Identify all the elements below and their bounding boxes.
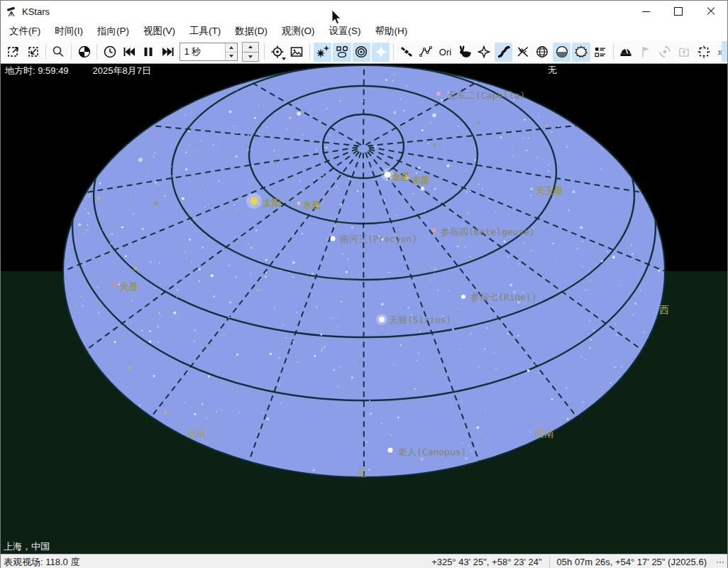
equatorial-coords-label: 05h 07m 26s, +54° 17' 25" (J2025.6) xyxy=(550,557,714,567)
object-marker[interactable] xyxy=(250,197,258,205)
toggle-equatorial-grid-button[interactable] xyxy=(514,43,531,62)
time-step-forward-button[interactable] xyxy=(159,43,177,62)
time-step-back-button[interactable] xyxy=(120,43,138,62)
image-icon xyxy=(289,45,304,59)
menu-item-0[interactable]: 文件(F) xyxy=(2,22,48,40)
object-marker[interactable] xyxy=(385,172,391,178)
menu-item-3[interactable]: 视图(V) xyxy=(136,22,182,40)
menu-item-1[interactable]: 时间(I) xyxy=(48,22,90,40)
fov-status-label: 表观视场: 118.0 度 xyxy=(4,556,79,568)
eqgrid-icon xyxy=(516,45,530,59)
unit-down-button[interactable] xyxy=(242,53,259,62)
view-modes-button[interactable] xyxy=(695,43,712,62)
toggle-deep-sky-objects-button[interactable] xyxy=(333,43,351,62)
toolbar-separator xyxy=(264,44,265,60)
toggle-supernovae-button[interactable] xyxy=(372,43,390,62)
time-step-input[interactable]: 1 秒 xyxy=(180,43,238,61)
status-bar: 表观视场: 118.0 度 +325° 43' 25", +58° 23' 24… xyxy=(1,554,727,568)
toggle-milky-way-button[interactable] xyxy=(495,43,512,62)
toggle-constellation-art-button[interactable] xyxy=(456,43,473,62)
minimize-button[interactable] xyxy=(629,1,662,22)
toolbar-separator xyxy=(96,44,97,60)
clines-icon xyxy=(419,45,433,59)
menu-item-4[interactable]: 工具(T) xyxy=(182,22,228,40)
toggle-flags-button[interactable] xyxy=(572,43,590,62)
satellite-icon xyxy=(399,45,414,59)
time-step-up[interactable] xyxy=(226,43,237,52)
sky-map-canvas[interactable] xyxy=(1,64,727,554)
time-overlay: 地方时: 9:59:49 2025年8月7日 xyxy=(5,65,151,77)
pointing-focus-button[interactable] xyxy=(268,43,286,62)
unit-up-button[interactable] xyxy=(242,42,259,53)
title-bar: KStars xyxy=(1,1,727,22)
menu-item-6[interactable]: 观测(O) xyxy=(275,22,322,40)
dome-icon xyxy=(619,45,633,59)
menu-item-5[interactable]: 数据(D) xyxy=(228,22,275,40)
toggle-satellites-button[interactable] xyxy=(397,43,415,62)
menu-item-2[interactable]: 指向(P) xyxy=(90,22,136,40)
select-shrink-icon xyxy=(26,45,40,59)
object-marker[interactable] xyxy=(432,228,436,232)
sky-map-area[interactable]: 地方时: 9:59:49 2025年8月7日 无 上海，中国 五车二(Capel… xyxy=(1,64,727,554)
time-step-down[interactable] xyxy=(226,52,237,61)
rewind-icon xyxy=(122,45,136,59)
mouse-cursor xyxy=(331,10,343,26)
toolbar-separator xyxy=(71,44,72,60)
menu-item-7[interactable]: 设置(S) xyxy=(322,22,368,40)
toggle-constellation-boundaries-button[interactable] xyxy=(475,43,493,62)
object-marker[interactable] xyxy=(461,295,465,299)
local-time-label: 地方时: 9:59:49 xyxy=(5,65,69,77)
jagged-icon xyxy=(574,45,588,59)
toggle-ground-button[interactable] xyxy=(553,43,570,62)
geographic-location-button[interactable] xyxy=(75,43,93,62)
flags-tool-button[interactable] xyxy=(636,43,654,62)
time-pause-button[interactable] xyxy=(140,43,158,62)
object-marker[interactable] xyxy=(436,92,441,96)
zoom-to-selection-button[interactable] xyxy=(4,43,22,62)
find-object-button[interactable] xyxy=(50,43,67,62)
time-unit-stepper[interactable] xyxy=(242,42,259,62)
fits-viewer-button[interactable] xyxy=(675,43,693,62)
zoom-out-selection-button[interactable] xyxy=(23,43,41,62)
object-marker[interactable] xyxy=(297,202,301,205)
ground-icon xyxy=(555,45,569,59)
time-step-value[interactable]: 1 秒 xyxy=(180,43,225,60)
resize-grip[interactable] xyxy=(717,562,724,563)
object-marker[interactable] xyxy=(379,317,385,322)
object-marker[interactable] xyxy=(530,187,533,190)
forward-icon xyxy=(161,45,175,59)
menu-bar: 文件(F)时间(I)指向(P)视图(V)工具(T)数据(D)观测(O)设置(S)… xyxy=(1,22,727,40)
maximize-button[interactable] xyxy=(662,1,695,22)
bullseye-icon xyxy=(354,45,368,59)
toggle-stars-button[interactable] xyxy=(314,43,331,62)
set-time-button[interactable] xyxy=(101,43,118,62)
toggle-solar-system-button[interactable] xyxy=(353,43,370,62)
galaxy-icon xyxy=(658,45,672,59)
ekos-tool-button[interactable] xyxy=(617,43,635,62)
toggle-constellation-names-button[interactable]: Ori xyxy=(436,43,454,62)
milkyway-icon xyxy=(497,45,511,59)
object-marker[interactable] xyxy=(404,175,409,180)
flag-icon xyxy=(639,45,653,59)
menu-item-8[interactable]: 帮助(H) xyxy=(368,22,415,40)
toggle-constellation-lines-button[interactable] xyxy=(417,43,435,62)
object-marker[interactable] xyxy=(388,448,393,453)
object-marker[interactable] xyxy=(331,236,336,241)
whats-interesting-button[interactable] xyxy=(592,43,610,62)
toggle-horizontal-grid-button[interactable] xyxy=(534,43,551,62)
dso-icon xyxy=(335,45,349,59)
toolbar-separator xyxy=(393,44,394,60)
globe-icon xyxy=(77,45,92,59)
hgrid-icon xyxy=(535,45,549,59)
window-title: KStars xyxy=(22,6,50,17)
sky-image-button[interactable] xyxy=(288,43,306,62)
object-marker[interactable] xyxy=(113,283,116,287)
horizontal-coords-label: +325° 43' 25", +58° 23' 24" xyxy=(424,557,548,567)
maximize-icon xyxy=(674,7,683,16)
kstars-app-icon xyxy=(6,6,18,17)
main-toolbar: 1 秒Ori» xyxy=(1,40,727,64)
close-button[interactable] xyxy=(695,1,727,22)
hips-overlay-button[interactable] xyxy=(656,43,673,62)
docked-toolbar-edge[interactable] xyxy=(722,41,727,62)
pause-icon xyxy=(141,45,155,59)
